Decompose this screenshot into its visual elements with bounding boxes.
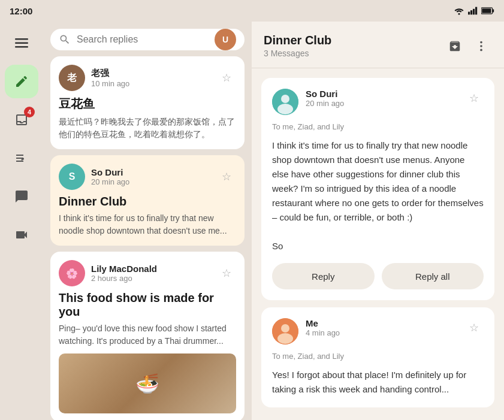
svg-point-12 — [480, 45, 482, 47]
menu-button[interactable] — [10, 31, 34, 55]
more-options-icon — [475, 40, 488, 53]
card-title-2: Dinner Club — [59, 195, 236, 209]
user-avatar-img: U — [215, 29, 236, 50]
svg-point-11 — [480, 41, 482, 43]
email-avatar-1 — [272, 89, 298, 115]
card-title-1: 豆花鱼 — [59, 96, 236, 112]
card-meta-2: So Duri 20 min ago — [91, 167, 211, 186]
svg-rect-6 — [493, 9, 494, 12]
svg-point-0 — [458, 13, 460, 15]
svg-rect-2 — [470, 10, 472, 14]
status-icons — [454, 7, 494, 15]
star-button-2[interactable]: ☆ — [217, 167, 236, 186]
wifi-icon — [454, 7, 464, 15]
email-time-1: 20 min ago — [306, 99, 457, 108]
email-meta-1: So Duri 20 min ago — [306, 89, 457, 108]
search-bar: U — [50, 29, 245, 50]
star-button-1[interactable]: ☆ — [217, 68, 236, 87]
message-card-3[interactable]: 🌸 Lily MacDonald 2 hours ago ☆ This food… — [50, 252, 245, 420]
svg-point-15 — [281, 95, 289, 103]
card-preview-3: Ping– you'd love this new food show I st… — [59, 322, 236, 348]
email-star-button-2[interactable]: ☆ — [464, 318, 484, 337]
svg-rect-4 — [475, 7, 477, 15]
card-meta-1: 老强 10 min ago — [91, 68, 211, 88]
email-header-2: Me 4 min ago ☆ — [272, 318, 484, 345]
search-icon — [59, 34, 71, 46]
detail-actions — [444, 35, 492, 57]
email-actions-1: Reply Reply all — [272, 263, 484, 289]
sidebar-item-chat[interactable] — [5, 180, 38, 213]
battery-icon — [481, 7, 494, 14]
video-icon — [14, 228, 29, 242]
card-preview-1: 最近忙吗？昨晚我去了你最爱的那家饭馆，点了他们的特色豆花鱼，吃着吃着就想你了。 — [59, 116, 236, 141]
send-time-2: 20 min ago — [91, 177, 211, 186]
card-preview-2: I think it's time for us to finally try … — [59, 212, 236, 237]
detail-panel: Dinner Club 3 Messages — [252, 22, 504, 420]
email-to-1: To me, Ziad, and Lily — [272, 122, 484, 131]
sidebar-item-video[interactable] — [5, 218, 38, 252]
email-time-2: 4 min ago — [306, 328, 457, 337]
user-avatar[interactable]: U — [215, 29, 236, 50]
email-body-1: I think it's time for us to finally try … — [272, 138, 484, 253]
svg-point-13 — [480, 49, 482, 51]
email-header-1: So Duri 20 min ago ☆ — [272, 89, 484, 115]
sidebar-item-inbox[interactable] — [5, 103, 38, 137]
message-card-1[interactable]: 老 老强 10 min ago ☆ 豆花鱼 最近忙吗？昨晚我去了你最爱的那家饭馆… — [50, 56, 245, 149]
signal-icon — [468, 7, 478, 15]
detail-body: So Duri 20 min ago ☆ To me, Ziad, and Li… — [252, 68, 504, 420]
inbox-icon — [14, 113, 29, 127]
sidebar-item-notes[interactable] — [5, 141, 38, 175]
chat-icon — [14, 189, 29, 204]
reply-all-button[interactable]: Reply all — [382, 263, 484, 289]
detail-title: Dinner Club — [264, 34, 331, 47]
sender-name-2: So Duri — [91, 167, 211, 177]
status-time: 12:00 — [10, 6, 32, 16]
notes-icon — [14, 151, 29, 165]
svg-rect-3 — [473, 9, 475, 15]
detail-message-count: 3 Messages — [264, 49, 331, 58]
detail-title-group: Dinner Club 3 Messages — [264, 34, 331, 58]
card-header-2: S So Duri 20 min ago ☆ — [59, 164, 236, 190]
sender-avatar-1: 老 — [59, 65, 85, 91]
compose-icon — [14, 74, 29, 89]
email-meta-2: Me 4 min ago — [306, 318, 457, 337]
main-panel: U 老 老强 10 min ago ☆ 豆花鱼 最近忙吗？昨晚我去了你最爱的那家… — [43, 22, 252, 420]
message-card-2[interactable]: S So Duri 20 min ago ☆ Dinner Club I thi… — [50, 155, 245, 246]
status-bar: 12:00 — [0, 0, 504, 22]
detail-header: Dinner Club 3 Messages — [252, 22, 504, 68]
svg-point-18 — [281, 324, 289, 333]
email-card-2: Me 4 min ago ☆ To me, Ziad, and Lily Yes… — [261, 307, 494, 407]
svg-rect-1 — [468, 12, 470, 15]
svg-rect-10 — [15, 46, 28, 48]
card-title-3: This food show is made for you — [59, 291, 236, 319]
email-star-button-1[interactable]: ☆ — [464, 89, 484, 108]
sender-avatar-3: 🌸 — [59, 260, 85, 286]
card-image-3: 🍜 — [59, 353, 236, 413]
search-input[interactable] — [77, 34, 209, 45]
star-button-3[interactable]: ☆ — [217, 264, 236, 283]
sender-name-3: Lily MacDonald — [91, 264, 211, 274]
email-avatar-2 — [272, 318, 298, 345]
reply-button[interactable]: Reply — [272, 263, 375, 289]
email-body-2: Yes! I forgot about that place! I'm defi… — [272, 368, 484, 397]
email-to-2: To me, Ziad, and Lily — [272, 352, 484, 361]
send-time-1: 10 min ago — [91, 79, 211, 88]
sender-name-1: 老强 — [91, 68, 211, 79]
email-card-1: So Duri 20 min ago ☆ To me, Ziad, and Li… — [261, 78, 494, 300]
sender-avatar-2: S — [59, 164, 85, 190]
send-time-3: 2 hours ago — [91, 274, 211, 283]
sidebar-item-compose[interactable] — [5, 65, 38, 98]
svg-rect-9 — [15, 43, 28, 44]
archive-icon — [448, 40, 461, 53]
more-options-button[interactable] — [470, 35, 492, 57]
email-sender-1: So Duri — [306, 89, 457, 99]
svg-point-16 — [277, 104, 293, 114]
svg-rect-8 — [15, 38, 28, 40]
sidebar — [0, 22, 43, 420]
svg-rect-7 — [482, 8, 491, 13]
archive-button[interactable] — [444, 35, 466, 57]
card-header-1: 老 老强 10 min ago ☆ — [59, 65, 236, 91]
food-scene-img: 🍜 — [59, 353, 236, 413]
card-meta-3: Lily MacDonald 2 hours ago — [91, 264, 211, 283]
email-sender-2: Me — [306, 318, 457, 328]
